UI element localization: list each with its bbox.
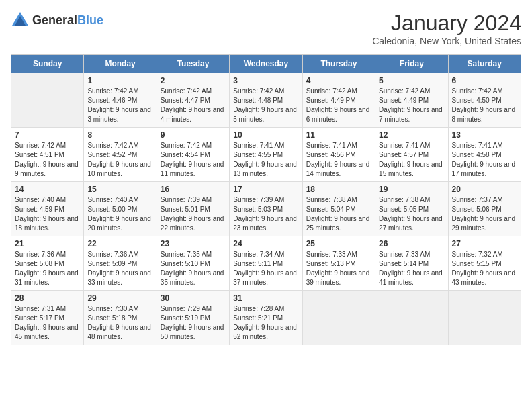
calendar-cell: 6 Sunrise: 7:42 AMSunset: 4:50 PMDayligh… xyxy=(448,73,521,128)
day-number: 6 xyxy=(452,76,517,85)
day-number: 21 xyxy=(15,239,80,248)
day-info: Sunrise: 7:34 AMSunset: 5:11 PMDaylight:… xyxy=(233,250,298,287)
calendar-cell: 13 Sunrise: 7:41 AMSunset: 4:58 PMDaylig… xyxy=(448,128,521,182)
day-number: 15 xyxy=(87,185,152,194)
calendar-cell: 10 Sunrise: 7:41 AMSunset: 4:55 PMDaylig… xyxy=(230,128,302,182)
calendar-cell: 20 Sunrise: 7:37 AMSunset: 5:06 PMDaylig… xyxy=(448,182,521,236)
day-info: Sunrise: 7:38 AMSunset: 5:04 PMDaylight:… xyxy=(306,195,371,233)
day-info: Sunrise: 7:41 AMSunset: 4:58 PMDaylight:… xyxy=(452,141,517,179)
calendar-cell: 5 Sunrise: 7:42 AMSunset: 4:49 PMDayligh… xyxy=(375,73,448,128)
day-info: Sunrise: 7:31 AMSunset: 5:17 PMDaylight:… xyxy=(15,304,80,342)
calendar-cell: 31 Sunrise: 7:28 AMSunset: 5:21 PMDaylig… xyxy=(230,291,302,345)
title-area: January 2024 Caledonia, New York, United… xyxy=(372,11,521,46)
day-number: 5 xyxy=(379,76,444,85)
day-info: Sunrise: 7:42 AMSunset: 4:49 PMDaylight:… xyxy=(379,87,444,124)
calendar-cell: 19 Sunrise: 7:38 AMSunset: 5:05 PMDaylig… xyxy=(375,182,448,236)
calendar-cell: 28 Sunrise: 7:31 AMSunset: 5:17 PMDaylig… xyxy=(11,291,84,345)
calendar-cell: 26 Sunrise: 7:33 AMSunset: 5:14 PMDaylig… xyxy=(375,236,448,291)
day-number: 10 xyxy=(233,130,298,140)
calendar-cell: 18 Sunrise: 7:38 AMSunset: 5:04 PMDaylig… xyxy=(302,182,375,236)
calendar-cell xyxy=(302,291,375,345)
day-number: 24 xyxy=(233,239,298,248)
day-header-tuesday: Tuesday xyxy=(157,55,229,73)
day-info: Sunrise: 7:36 AMSunset: 5:08 PMDaylight:… xyxy=(15,250,80,287)
day-number: 14 xyxy=(15,185,80,194)
calendar-cell: 22 Sunrise: 7:36 AMSunset: 5:09 PMDaylig… xyxy=(84,236,157,291)
day-number: 23 xyxy=(161,239,226,248)
day-info: Sunrise: 7:33 AMSunset: 5:13 PMDaylight:… xyxy=(306,250,371,287)
day-info: Sunrise: 7:41 AMSunset: 4:55 PMDaylight:… xyxy=(233,141,298,179)
calendar-cell: 8 Sunrise: 7:42 AMSunset: 4:52 PMDayligh… xyxy=(84,128,157,182)
day-info: Sunrise: 7:42 AMSunset: 4:48 PMDaylight:… xyxy=(233,87,298,124)
day-number: 30 xyxy=(161,293,226,303)
calendar-week-row: 7 Sunrise: 7:42 AMSunset: 4:51 PMDayligh… xyxy=(11,128,521,182)
header: GeneralBlue January 2024 Caledonia, New … xyxy=(11,11,521,46)
calendar-cell: 14 Sunrise: 7:40 AMSunset: 4:59 PMDaylig… xyxy=(11,182,84,236)
day-info: Sunrise: 7:42 AMSunset: 4:50 PMDaylight:… xyxy=(452,87,517,124)
calendar-cell: 15 Sunrise: 7:40 AMSunset: 5:00 PMDaylig… xyxy=(84,182,157,236)
calendar-table: SundayMondayTuesdayWednesdayThursdayFrid… xyxy=(11,54,521,345)
calendar-cell: 17 Sunrise: 7:39 AMSunset: 5:03 PMDaylig… xyxy=(230,182,302,236)
logo-blue: Blue xyxy=(77,13,103,27)
calendar-cell: 24 Sunrise: 7:34 AMSunset: 5:11 PMDaylig… xyxy=(230,236,302,291)
day-number: 27 xyxy=(452,239,517,248)
calendar-cell: 4 Sunrise: 7:42 AMSunset: 4:49 PMDayligh… xyxy=(302,73,375,128)
day-number: 29 xyxy=(87,293,152,303)
calendar-cell: 12 Sunrise: 7:41 AMSunset: 4:57 PMDaylig… xyxy=(375,128,448,182)
day-info: Sunrise: 7:36 AMSunset: 5:09 PMDaylight:… xyxy=(87,250,152,287)
logo: GeneralBlue xyxy=(11,11,103,30)
calendar-cell: 3 Sunrise: 7:42 AMSunset: 4:48 PMDayligh… xyxy=(230,73,302,128)
day-info: Sunrise: 7:39 AMSunset: 5:01 PMDaylight:… xyxy=(161,195,226,233)
day-info: Sunrise: 7:42 AMSunset: 4:52 PMDaylight:… xyxy=(87,141,152,179)
calendar-cell: 9 Sunrise: 7:42 AMSunset: 4:54 PMDayligh… xyxy=(157,128,229,182)
day-number: 25 xyxy=(306,239,371,248)
day-number: 7 xyxy=(15,130,80,140)
day-info: Sunrise: 7:41 AMSunset: 4:57 PMDaylight:… xyxy=(379,141,444,179)
day-number: 22 xyxy=(87,239,152,248)
calendar-cell xyxy=(11,73,84,128)
day-number: 9 xyxy=(161,130,226,140)
calendar-cell: 7 Sunrise: 7:42 AMSunset: 4:51 PMDayligh… xyxy=(11,128,84,182)
day-number: 12 xyxy=(379,130,444,140)
day-number: 26 xyxy=(379,239,444,248)
calendar-cell xyxy=(448,291,521,345)
day-info: Sunrise: 7:32 AMSunset: 5:15 PMDaylight:… xyxy=(452,250,517,287)
day-number: 28 xyxy=(15,293,80,303)
day-number: 4 xyxy=(306,76,371,85)
day-header-thursday: Thursday xyxy=(302,55,375,73)
day-info: Sunrise: 7:28 AMSunset: 5:21 PMDaylight:… xyxy=(233,304,298,342)
day-number: 19 xyxy=(379,185,444,194)
calendar-cell xyxy=(375,291,448,345)
day-number: 8 xyxy=(87,130,152,140)
logo-general: General xyxy=(32,13,77,27)
calendar-cell: 2 Sunrise: 7:42 AMSunset: 4:47 PMDayligh… xyxy=(157,73,229,128)
day-number: 3 xyxy=(233,76,298,85)
calendar-cell: 27 Sunrise: 7:32 AMSunset: 5:15 PMDaylig… xyxy=(448,236,521,291)
day-info: Sunrise: 7:40 AMSunset: 4:59 PMDaylight:… xyxy=(15,195,80,233)
calendar-week-row: 1 Sunrise: 7:42 AMSunset: 4:46 PMDayligh… xyxy=(11,73,521,128)
day-info: Sunrise: 7:33 AMSunset: 5:14 PMDaylight:… xyxy=(379,250,444,287)
calendar-cell: 30 Sunrise: 7:29 AMSunset: 5:19 PMDaylig… xyxy=(157,291,229,345)
day-info: Sunrise: 7:37 AMSunset: 5:06 PMDaylight:… xyxy=(452,195,517,233)
day-number: 20 xyxy=(452,185,517,194)
day-header-friday: Friday xyxy=(375,55,448,73)
day-info: Sunrise: 7:30 AMSunset: 5:18 PMDaylight:… xyxy=(87,304,152,342)
calendar-header-row: SundayMondayTuesdayWednesdayThursdayFrid… xyxy=(11,55,521,73)
calendar-week-row: 28 Sunrise: 7:31 AMSunset: 5:17 PMDaylig… xyxy=(11,291,521,345)
day-number: 17 xyxy=(233,185,298,194)
calendar-cell: 1 Sunrise: 7:42 AMSunset: 4:46 PMDayligh… xyxy=(84,73,157,128)
day-number: 31 xyxy=(233,293,298,303)
day-header-sunday: Sunday xyxy=(11,55,84,73)
day-info: Sunrise: 7:42 AMSunset: 4:54 PMDaylight:… xyxy=(161,141,226,179)
day-number: 13 xyxy=(452,130,517,140)
day-info: Sunrise: 7:35 AMSunset: 5:10 PMDaylight:… xyxy=(161,250,226,287)
calendar-week-row: 14 Sunrise: 7:40 AMSunset: 4:59 PMDaylig… xyxy=(11,182,521,236)
day-number: 1 xyxy=(87,76,152,85)
day-info: Sunrise: 7:40 AMSunset: 5:00 PMDaylight:… xyxy=(87,195,152,233)
day-info: Sunrise: 7:38 AMSunset: 5:05 PMDaylight:… xyxy=(379,195,444,233)
month-title: January 2024 xyxy=(372,11,521,36)
day-number: 16 xyxy=(161,185,226,194)
day-info: Sunrise: 7:41 AMSunset: 4:56 PMDaylight:… xyxy=(306,141,371,179)
logo-icon xyxy=(11,11,30,30)
calendar-cell: 29 Sunrise: 7:30 AMSunset: 5:18 PMDaylig… xyxy=(84,291,157,345)
